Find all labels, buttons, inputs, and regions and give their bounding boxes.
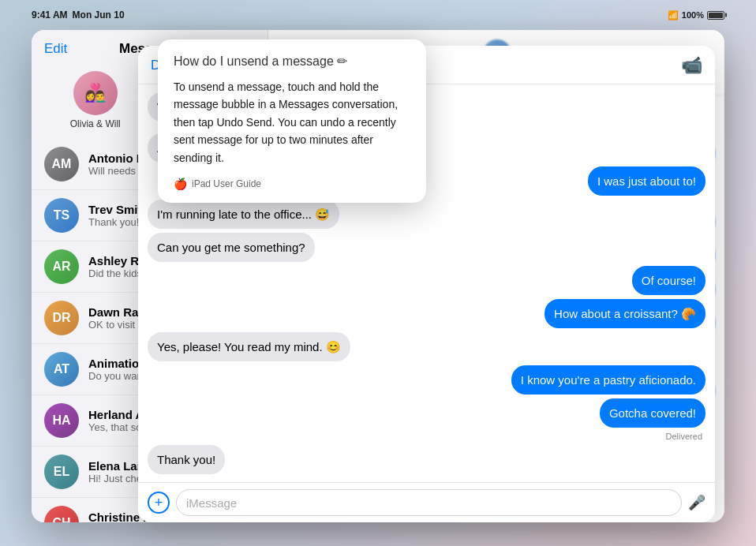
outgoing-bubble: Of course!	[632, 266, 705, 295]
avatar-olivia: 👩‍❤️‍👨	[73, 71, 118, 115]
outgoing-bubble: I know you're a pastry aficionado.	[511, 365, 705, 395]
popup-source: 🍎 iPad User Guide	[174, 178, 410, 190]
incoming-bubble: Thank you!	[148, 445, 225, 474]
message-row: Thank you!	[148, 445, 705, 474]
microphone-icon[interactable]: 🎤	[688, 494, 705, 511]
avatar: CH	[44, 506, 79, 522]
popup-source-label: iPad User Guide	[192, 178, 261, 189]
message-row: I'm running late to the office... 😅	[148, 200, 705, 229]
edit-button[interactable]: Edit	[44, 41, 67, 57]
incoming-bubble: Yes, please! You read my mind. 😊	[148, 332, 350, 361]
message-row: Of course!	[148, 266, 705, 295]
delivered-label: Delivered	[148, 432, 705, 441]
avatar: AT	[44, 352, 79, 387]
incoming-bubble: Can you get me something?	[148, 233, 315, 262]
apple-logo-icon: 🍎	[174, 178, 187, 190]
status-bar-right: 📶 100%	[668, 10, 724, 21]
incoming-bubble: I'm running late to the office... 😅	[148, 200, 339, 229]
outgoing-bubble: I was just about to!	[588, 166, 705, 196]
input-placeholder: iMessage	[186, 496, 237, 510]
message-row: How about a croissant? 🥐	[148, 299, 705, 328]
popup-answer: To unsend a message, touch and hold the …	[174, 78, 410, 166]
plus-button[interactable]: +	[148, 492, 170, 514]
avatar: DR	[44, 301, 79, 335]
message-row: I know you're a pastry aficionado.	[148, 365, 705, 395]
message-row: Can you get me something?	[148, 233, 705, 262]
status-bar: 9:41 AM Mon Jun 10 📶 100%	[32, 6, 724, 24]
status-time: 9:41 AM	[32, 9, 68, 21]
message-row: Gotcha covered!	[148, 398, 705, 428]
status-date: Mon Jun 10	[73, 9, 125, 21]
battery-icon	[707, 11, 724, 20]
status-bar-left: 9:41 AM Mon Jun 10	[32, 9, 125, 21]
avatar: EL	[44, 454, 79, 489]
outgoing-bubble: How about a croissant? 🥐	[545, 299, 705, 328]
avatar: AM	[44, 147, 79, 181]
message-input-bar: + iMessage 🎤	[138, 482, 715, 522]
battery-percentage: 100%	[682, 10, 704, 20]
pinned-contact-olivia[interactable]: 👩‍❤️‍👨 Olivia & Will	[70, 71, 121, 129]
message-input[interactable]: iMessage	[176, 489, 682, 516]
popup-query-text: How do I unsend a message ✏	[174, 54, 347, 69]
chat-modal-video-icon[interactable]: 📹	[681, 55, 702, 76]
avatar: AR	[44, 249, 79, 284]
popup-query: How do I unsend a message ✏	[174, 54, 410, 69]
message-row: Yes, please! You read my mind. 😊	[148, 332, 705, 361]
battery-fill	[709, 13, 723, 18]
avatar: TS	[44, 198, 79, 233]
outgoing-bubble: Gotcha covered!	[600, 398, 705, 428]
avatar: HA	[44, 403, 79, 438]
popup-card: How do I unsend a message ✏ To unsend a …	[158, 39, 426, 203]
wifi-icon: 📶	[668, 10, 679, 21]
pinned-name-olivia: Olivia & Will	[70, 118, 121, 129]
